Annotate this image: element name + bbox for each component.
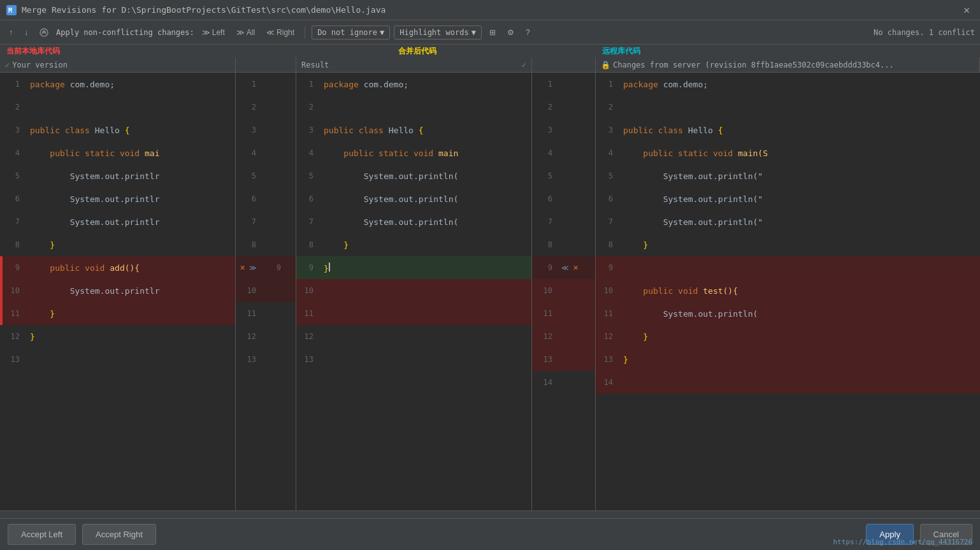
right-line-2: 2 <box>596 96 980 119</box>
grid-view-button[interactable]: ⊞ <box>486 26 500 39</box>
accept-right-chevron-button[interactable]: ≪ <box>560 263 570 273</box>
merge-icon <box>40 28 48 37</box>
annotations-row: 当前本地库代码 合并后代码 远程库代码 <box>0 45 980 57</box>
mid-line-10: 10 <box>296 279 531 302</box>
gutter-left-1: 1 <box>236 73 296 96</box>
gutter-right-14: 14 <box>532 371 595 394</box>
right-line-7: 7 System.out.println(" <box>596 210 980 233</box>
right-line-12: 12 } <box>596 325 980 348</box>
accept-left-btn[interactable]: Accept Left <box>8 524 76 545</box>
right-gutter-header <box>532 57 596 72</box>
highlight-dropdown[interactable]: Highlight words ▼ <box>394 25 482 40</box>
help-button[interactable]: ? <box>522 26 534 39</box>
left-line-10: 10 System.out.printlr <box>0 279 235 302</box>
ignore-dropdown[interactable]: Do not ignore ▼ <box>312 25 390 40</box>
app-icon: M <box>6 5 17 15</box>
gutter-left-9[interactable]: ✕ ≫ 9 <box>236 256 296 279</box>
gutter-left-4: 4 <box>236 141 296 164</box>
middle-code-area[interactable]: 1 package com.demo; 2 3 public class Hel… <box>296 73 531 510</box>
result-header: Result ✓ <box>296 57 532 72</box>
mid-line-2: 2 <box>296 96 531 119</box>
navigate-prev-button[interactable]: ↑ <box>5 26 17 39</box>
middle-pane: 1 package com.demo; 2 3 public class Hel… <box>296 73 532 510</box>
gutter-left-3: 3 <box>236 119 296 141</box>
right-line-1: 1 package com.demo; <box>596 73 980 96</box>
checkmark-middle: ✓ <box>522 61 526 69</box>
gutter-right-4: 4 <box>532 141 595 164</box>
diff-area: 1 package com.demo; 2 3 public class Hel… <box>0 73 980 510</box>
accept-left-button[interactable]: ≫ <box>248 263 258 273</box>
left-line-7: 7 System.out.printlr <box>0 210 235 233</box>
left-pane: 1 package com.demo; 2 3 public class Hel… <box>0 73 236 510</box>
gutter-left-6: 6 <box>236 187 296 210</box>
left-line-5: 5 System.out.printlr <box>0 164 235 187</box>
window-title: Merge Revisions for D:\SpringBootProject… <box>22 5 960 15</box>
gutter-right-12: 12 <box>532 325 595 348</box>
column-headers: ✓ Your version Result ✓ 🔒 Changes from s… <box>0 57 980 73</box>
left-line-9: 9 public void add(){ <box>0 256 235 279</box>
right-line-6: 6 System.out.println(" <box>596 187 980 210</box>
left-line-6: 6 System.out.printlr <box>0 187 235 210</box>
remote-annotation: 远程库代码 <box>596 46 980 57</box>
right-line-14: 14 <box>596 371 980 394</box>
right-gutter-area: 1 2 3 4 5 6 7 8 9 ≪ ✕ 10 11 12 13 14 <box>532 73 595 510</box>
left-line-4: 4 public static void mai <box>0 141 235 164</box>
toolbar: ↑ ↓ Apply non-conflicting changes: ≫ Lef… <box>0 20 980 45</box>
gutter-right-1: 1 <box>532 73 595 96</box>
apply-left-button[interactable]: ≫ Left <box>198 26 229 39</box>
left-line-8: 8 } <box>0 233 235 256</box>
close-button[interactable]: ✕ <box>960 3 974 17</box>
right-line-8: 8 } <box>596 233 980 256</box>
gutter-right-11: 11 <box>532 302 595 325</box>
right-line-3: 3 public class Hello { <box>596 119 980 141</box>
right-line-10: 10 public void test(){ <box>596 279 980 302</box>
apply-all-button[interactable]: ≫ All <box>233 26 259 39</box>
apply-right-button[interactable]: ≪ Right <box>263 26 298 39</box>
reject-left-button[interactable]: ✕ <box>238 263 247 273</box>
gutter-left-8: 8 <box>236 233 296 256</box>
right-line-4: 4 public static void main(S <box>596 141 980 164</box>
navigate-next-button[interactable]: ↓ <box>20 26 32 39</box>
settings-button[interactable]: ⚙ <box>503 26 518 39</box>
gutter-right-9[interactable]: 9 ≪ ✕ <box>532 256 595 279</box>
left-line-1: 1 package com.demo; <box>0 73 235 96</box>
right-line-9: 9 <box>596 256 980 279</box>
left-line-13: 13 <box>0 348 235 371</box>
mid-line-12: 12 <box>296 325 531 348</box>
status-text: No changes. 1 conflict <box>874 28 975 37</box>
mid-line-3: 3 public class Hello { <box>296 119 531 141</box>
title-bar: M Merge Revisions for D:\SpringBootProje… <box>0 0 980 20</box>
gutter-right-5: 5 <box>532 164 595 187</box>
mid-line-1: 1 package com.demo; <box>296 73 531 96</box>
left-line-3: 3 public class Hello { <box>0 119 235 141</box>
left-line-11: 11 } <box>0 302 235 325</box>
mid-line-9: 9 } <box>296 256 531 279</box>
gutter-right-2: 2 <box>532 96 595 119</box>
gutter-right-7: 7 <box>532 210 595 233</box>
changes-from-server-header: 🔒 Changes from server (revision 8ffb1aea… <box>596 57 980 72</box>
mid-line-11: 11 <box>296 302 531 325</box>
gutter-left-7: 7 <box>236 210 296 233</box>
accept-right-btn[interactable]: Accept Right <box>82 524 156 545</box>
right-code-area[interactable]: 1 package com.demo; 2 3 public class Hel… <box>596 73 980 510</box>
gutter-right-6: 6 <box>532 187 595 210</box>
right-line-5: 5 System.out.println(" <box>596 164 980 187</box>
gutter-left-10: 10 <box>236 279 296 302</box>
gutter-left-2: 2 <box>236 96 296 119</box>
left-code-area[interactable]: 1 package com.demo; 2 3 public class Hel… <box>0 73 235 510</box>
mid-line-4: 4 public static void main <box>296 141 531 164</box>
blog-url: https://blog.csdn.net/qq_44316726 <box>833 538 972 546</box>
separator-1 <box>305 26 305 39</box>
apply-non-conflicting-button[interactable] <box>36 26 52 39</box>
gutter-left-5: 5 <box>236 164 296 187</box>
apply-non-conflicting-label: Apply non-conflicting changes: <box>56 28 194 37</box>
right-line-11: 11 System.out.println( <box>596 302 980 325</box>
left-gutter-area: 1 2 3 4 5 6 7 8 ✕ ≫ 9 10 11 12 13 <box>236 73 296 510</box>
left-gutter: 1 2 3 4 5 6 7 8 ✕ ≫ 9 10 11 12 13 <box>236 73 296 510</box>
your-version-header: ✓ Your version <box>0 57 236 72</box>
horizontal-scrollbar[interactable] <box>0 510 980 518</box>
lock-icon: 🔒 <box>601 61 610 69</box>
gutter-right-3: 3 <box>532 119 595 141</box>
svg-text:M: M <box>8 7 12 14</box>
reject-right-button[interactable]: ✕ <box>572 263 580 273</box>
